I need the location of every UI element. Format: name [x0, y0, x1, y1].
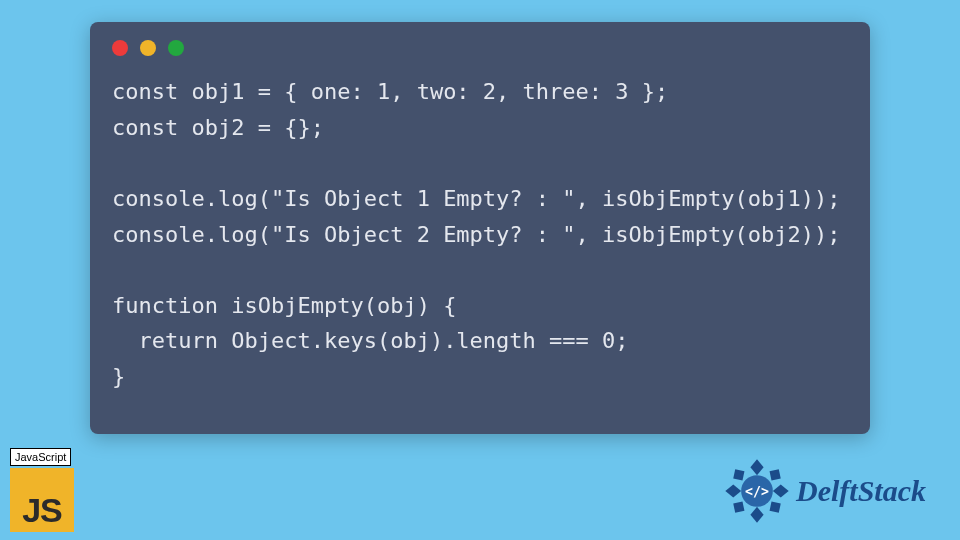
svg-marker-4: [733, 469, 744, 480]
window-traffic-lights: [112, 40, 848, 56]
code-block: const obj1 = { one: 1, two: 2, three: 3 …: [112, 74, 848, 395]
brand: </> DelftStack: [724, 458, 926, 524]
javascript-badge: JavaScript JS: [10, 447, 78, 532]
javascript-label: JavaScript: [10, 448, 71, 466]
svg-marker-5: [770, 469, 781, 480]
minimize-dot-icon: [140, 40, 156, 56]
svg-marker-0: [750, 459, 763, 475]
svg-marker-1: [750, 507, 763, 523]
code-window: const obj1 = { one: 1, two: 2, three: 3 …: [90, 22, 870, 434]
brand-name: DelftStack: [796, 474, 926, 508]
svg-marker-2: [725, 484, 741, 497]
javascript-logo-icon: JS: [10, 468, 74, 532]
svg-marker-7: [770, 502, 781, 513]
svg-marker-6: [733, 502, 744, 513]
zoom-dot-icon: [168, 40, 184, 56]
brand-tag-symbol: </>: [745, 484, 769, 499]
close-dot-icon: [112, 40, 128, 56]
brand-logo-icon: </>: [724, 458, 790, 524]
svg-marker-3: [773, 484, 789, 497]
